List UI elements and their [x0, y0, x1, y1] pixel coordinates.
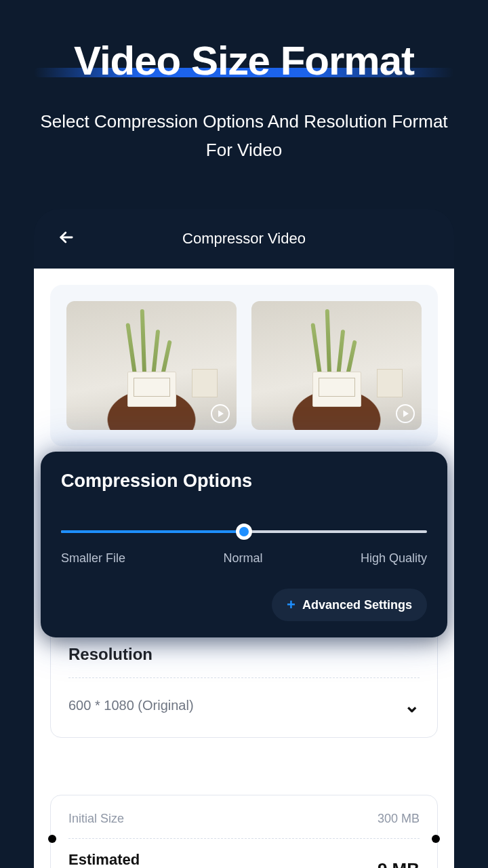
- video-thumb-after[interactable]: [251, 301, 422, 430]
- slider-label-mid: Normal: [223, 551, 262, 566]
- play-icon[interactable]: [396, 404, 415, 423]
- compression-options-panel: Compression Options Smaller File Normal …: [41, 452, 447, 637]
- initial-size-label: Initial Size: [68, 812, 124, 826]
- video-preview-card: [50, 285, 438, 446]
- video-thumb-before[interactable]: [66, 301, 237, 430]
- resolution-card: Resolution 600 * 1080 (Original) ⌄: [50, 627, 438, 738]
- phone-frame: Compressor Video Resolution 600 * 1080 (…: [34, 209, 454, 868]
- hero-title: Video Size Format: [0, 37, 488, 84]
- resolution-value: 600 * 1080 (Original): [68, 698, 194, 713]
- estimated-size-value: 9 MB: [378, 859, 420, 868]
- slider-label-left: Smaller File: [61, 551, 125, 566]
- resolution-select[interactable]: 600 * 1080 (Original) ⌄: [68, 694, 420, 717]
- slider-labels: Smaller File Normal High Quality: [61, 551, 427, 566]
- initial-size-value: 300 MB: [378, 812, 420, 826]
- advanced-settings-button[interactable]: + Advanced Settings: [272, 589, 427, 621]
- app-title: Compressor Video: [57, 230, 431, 248]
- chevron-down-icon: ⌄: [404, 694, 420, 717]
- estimated-size-label: EstimatedCompressed Size: [68, 850, 192, 868]
- play-icon[interactable]: [211, 404, 230, 423]
- plus-icon: +: [287, 597, 296, 612]
- resolution-title: Resolution: [68, 645, 420, 664]
- hero-subtitle: Select Compression Options And Resolutio…: [30, 108, 458, 164]
- size-card: Initial Size 300 MB EstimatedCompressed …: [50, 795, 438, 868]
- slider-thumb[interactable]: [236, 524, 252, 540]
- compression-options-title: Compression Options: [61, 471, 427, 492]
- slider-label-right: High Quality: [361, 551, 427, 566]
- compression-slider[interactable]: [61, 526, 427, 538]
- advanced-settings-label: Advanced Settings: [302, 598, 412, 612]
- app-bar: Compressor Video: [34, 209, 454, 269]
